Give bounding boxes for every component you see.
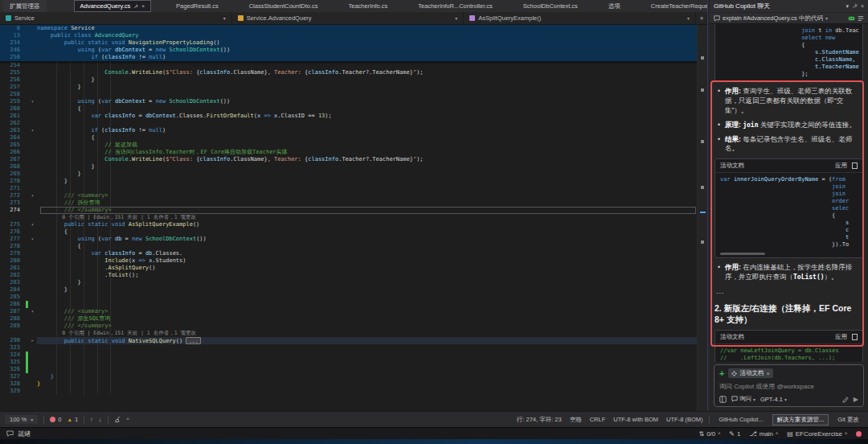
editor-status-item[interactable]: 行: 274, 字符: 23: [517, 416, 562, 424]
fold-open-icon[interactable]: ▾: [28, 98, 37, 105]
tab-teacherinfo-cs[interactable]: TeacherInfo.cs: [343, 0, 394, 12]
tab-createteacherrequest-cs[interactable]: CreateTeacherRequest.cs: [645, 0, 707, 12]
horizontal-scrollbar[interactable]: [720, 253, 858, 255]
code-line[interactable]: 265 // 延迟加载: [0, 142, 707, 149]
code-line[interactable]: 270 }: [0, 178, 707, 185]
code-line[interactable]: 282 .ToList();: [0, 272, 707, 279]
tab-advancedquery-cs[interactable]: AdvancedQuery.cs×: [74, 0, 152, 12]
fold-open-icon[interactable]: ▾: [28, 192, 37, 199]
tab--[interactable]: 选项: [603, 0, 626, 12]
code-line[interactable]: 284 }: [0, 286, 707, 294]
code-line[interactable]: 281 .AsSplitQuery(): [0, 265, 707, 272]
code-line[interactable]: 269 }: [0, 171, 707, 178]
statusbar-sync[interactable]: ⇅0/0^: [698, 430, 720, 438]
copilot-prompt-bar[interactable]: explain #AdvancedQuery.cs 中的代码 ▾: [710, 12, 868, 24]
code-line[interactable]: 273 /// 拆分查询: [0, 199, 707, 207]
feedback-bubble-icon[interactable]: [6, 430, 14, 437]
navbar-plus-icon[interactable]: +: [696, 14, 707, 23]
code-line[interactable]: 287▾ /// <summary>: [0, 308, 707, 315]
tab-teacherinfor-controller-cs[interactable]: TeacherInfoR...Controller.cs: [412, 0, 498, 12]
pin-icon[interactable]: [852, 3, 858, 9]
copilot-feedback-icon[interactable]: [848, 15, 855, 22]
tab-pagedresult-cs[interactable]: PagedResult.cs: [170, 0, 224, 12]
send-icon[interactable]: ▶: [854, 396, 858, 403]
code-line[interactable]: 329: [0, 388, 707, 395]
code-line[interactable]: 268 }: [0, 163, 707, 171]
model-selector[interactable]: GPT-4.1 ▾: [760, 396, 787, 403]
code-line[interactable]: 278 {: [0, 243, 707, 250]
code-line[interactable]: 325: [0, 359, 707, 366]
tab-extension-manager[interactable]: 扩展管理器: [3, 0, 47, 12]
code-line[interactable]: 263▾ if (classInfo != null): [0, 127, 707, 134]
code-line[interactable]: 256 }: [0, 76, 707, 84]
mode-selector[interactable]: 询问 ▾: [731, 395, 755, 403]
chevron-down-icon[interactable]: ▾: [825, 15, 828, 21]
code-line[interactable]: 264 {: [0, 134, 707, 142]
code-line[interactable]: 267 Console.WriteLine($"Class: {classInf…: [0, 156, 707, 163]
fold-open-icon[interactable]: ▾: [28, 127, 37, 134]
nav-up-icon[interactable]: ↑: [90, 416, 93, 423]
chevron-down-icon[interactable]: ▾: [845, 3, 849, 10]
code-line[interactable]: 283 }: [0, 279, 707, 286]
statusbar-repo[interactable]: ▤EFCoreExercise^: [787, 430, 847, 438]
breadcrumb-method[interactable]: AsSplitQueryExample()▾: [464, 12, 696, 24]
panel-tab-githubcopilot[interactable]: GitHub Copilot...: [715, 415, 768, 424]
list-icon[interactable]: [858, 15, 864, 22]
code-line[interactable]: 328}: [0, 380, 707, 388]
context-columns-icon[interactable]: [719, 396, 727, 403]
copilot-chat-content[interactable]: join t in db.Teac select new { s.Student…: [710, 24, 868, 362]
fold-closed-icon[interactable]: ▸: [28, 337, 37, 344]
breadcrumb-project[interactable]: Service▾: [0, 12, 232, 24]
fold-open-icon[interactable]: ▾: [28, 308, 37, 315]
fold-open-icon[interactable]: ▾: [28, 221, 37, 228]
fold-open-icon[interactable]: ▾: [28, 236, 37, 243]
chat-input-field[interactable]: 询问 Copilot 或使用 @workspace: [719, 382, 858, 391]
code-line[interactable]: 272▾ /// <summary>: [0, 192, 707, 199]
pin-icon[interactable]: [133, 4, 138, 9]
statusbar-branch[interactable]: ⎇main^: [750, 430, 779, 438]
statusbar-pencil[interactable]: ✎1: [729, 430, 740, 438]
code-line[interactable]: 261 var classInfo = dbContext.Classes.Fi…: [0, 113, 707, 120]
codelens-row[interactable]: 0 个引用 | Edwin，151 天前 | 1 名作者，1 项更改: [0, 214, 707, 221]
breadcrumb-class[interactable]: Service.AdvancedQuery▾: [232, 12, 465, 24]
code-line[interactable]: 255 Console.WriteLine($"Class: {classInf…: [0, 69, 707, 76]
code-line[interactable]: 276 {: [0, 228, 707, 236]
chat-input-box[interactable]: + 活动文档 × 询问 Copilot 或使用 @workspace 询问: [714, 364, 864, 407]
editor-status-item[interactable]: CRLF: [590, 416, 606, 423]
nav-down-icon[interactable]: ↓: [99, 416, 102, 423]
warning-count[interactable]: ▲ 1: [67, 416, 78, 423]
code-line[interactable]: 274 /// </summary>: [0, 207, 707, 214]
code-line[interactable]: 288 /// 原生SQL查询: [0, 315, 707, 323]
code-line[interactable]: 257 }: [0, 84, 707, 91]
code-line[interactable]: 259▾ using (var dbContext = new SchoolDb…: [0, 98, 707, 105]
tab-classstudentcountdto-cs[interactable]: ClassStudentCountDto.cs: [244, 0, 324, 12]
context-chip[interactable]: 活动文档 ×: [728, 368, 772, 378]
code-line[interactable]: 258: [0, 91, 707, 98]
code-line[interactable]: 275▾ public static void AsSplitQueryExam…: [0, 221, 707, 228]
chip-close-icon[interactable]: ×: [766, 370, 769, 377]
code-line[interactable]: 266 // 当访问classInfo.Teacher时，EF Core将自动加…: [0, 149, 707, 156]
code-line[interactable]: 280 Include(x => x.Students): [0, 257, 707, 265]
close-icon[interactable]: ×: [861, 3, 864, 9]
panel-tab-[interactable]: 解决方案资源管...: [772, 414, 829, 426]
add-context-icon[interactable]: +: [719, 369, 724, 377]
code-line[interactable]: 323: [0, 344, 707, 352]
code-line[interactable]: 277▾ using (var db = new SchoolDbContext…: [0, 236, 707, 243]
editor-status-item[interactable]: 空格: [570, 416, 582, 424]
code-line[interactable]: 286: [0, 301, 707, 308]
codelens-row[interactable]: 0 个引用 | Edwin，151 天前 | 1 名作者，1 项更改: [0, 330, 707, 337]
code-line[interactable]: 285: [0, 294, 707, 301]
close-icon[interactable]: ×: [141, 3, 145, 9]
zoom-selector[interactable]: 100 % ▾: [5, 415, 38, 424]
cleanup-broom-icon[interactable]: [114, 416, 121, 423]
collapsed-region-box[interactable]: ...: [186, 337, 201, 344]
apply-button[interactable]: 应用: [835, 162, 847, 170]
code-line[interactable]: 327 }: [0, 373, 707, 380]
apply-button[interactable]: 应用: [835, 333, 847, 341]
tab-schooldbcontext-cs[interactable]: SchoolDbContext.cs: [518, 0, 583, 12]
code-line[interactable]: 324: [0, 352, 707, 359]
copy-icon[interactable]: [852, 334, 858, 340]
code-editor[interactable]: 8namespace Service13 public class Advanc…: [0, 25, 707, 411]
editor-status-item[interactable]: UTF-8 with BOM: [613, 416, 658, 423]
attach-icon[interactable]: [841, 396, 849, 403]
